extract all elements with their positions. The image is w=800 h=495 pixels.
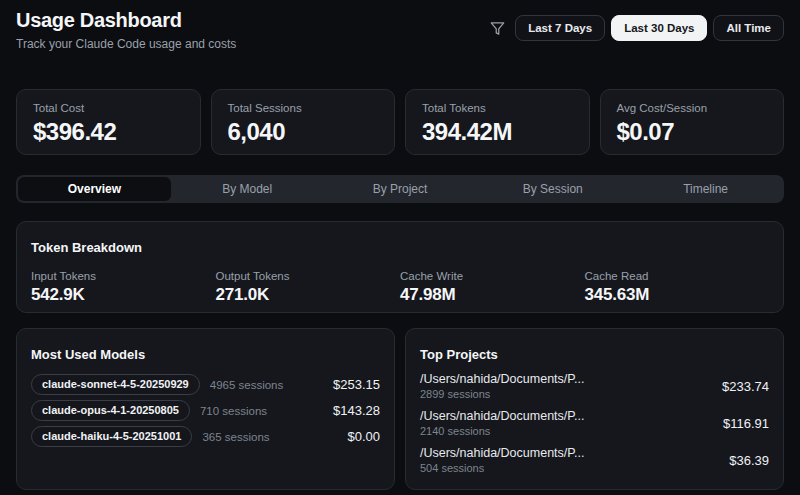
stats-row: Total Cost $396.42 Total Sessions 6,040 … bbox=[16, 89, 784, 155]
project-cost: $116.91 bbox=[723, 416, 769, 431]
project-cost: $36.39 bbox=[729, 453, 769, 468]
token-label: Output Tokens bbox=[216, 270, 401, 282]
tab-by-model[interactable]: By Model bbox=[171, 177, 324, 201]
stat-label: Avg Cost/Session bbox=[617, 102, 768, 114]
project-sessions: 2899 sessions bbox=[420, 388, 584, 400]
token-item-cache-read: Cache Read 345.63M bbox=[585, 270, 770, 305]
model-cost: $0.00 bbox=[347, 429, 380, 444]
token-value: 47.98M bbox=[400, 285, 585, 305]
model-row: claude-opus-4-1-20250805 710 sessions $1… bbox=[31, 400, 380, 421]
project-path: /Users/nahida/Documents/P... bbox=[420, 409, 584, 423]
most-used-models-title: Most Used Models bbox=[31, 347, 380, 362]
model-row: claude-haiku-4-5-20251001 365 sessions $… bbox=[31, 426, 380, 447]
top-projects-panel: Top Projects /Users/nahida/Documents/P..… bbox=[405, 328, 784, 490]
most-used-models-panel: Most Used Models claude-sonnet-4-5-20250… bbox=[16, 328, 395, 490]
stat-card-avg-cost-session: Avg Cost/Session $0.07 bbox=[600, 89, 785, 155]
stat-card-total-sessions: Total Sessions 6,040 bbox=[211, 89, 396, 155]
stat-value: $396.42 bbox=[33, 118, 184, 146]
stat-value: $0.07 bbox=[617, 118, 768, 146]
model-rows: claude-sonnet-4-5-20250929 4965 sessions… bbox=[31, 374, 380, 447]
stat-card-total-tokens: Total Tokens 394.42M bbox=[405, 89, 590, 155]
project-row: /Users/nahida/Documents/P... 2140 sessio… bbox=[420, 409, 769, 437]
model-row: claude-sonnet-4-5-20250929 4965 sessions… bbox=[31, 374, 380, 395]
token-breakdown-grid: Input Tokens 542.9K Output Tokens 271.0K… bbox=[31, 270, 769, 305]
token-item-input: Input Tokens 542.9K bbox=[31, 270, 216, 305]
project-row: /Users/nahida/Documents/P... 2899 sessio… bbox=[420, 372, 769, 400]
filter-last-7-days-button[interactable]: Last 7 Days bbox=[515, 15, 605, 41]
model-sessions: 4965 sessions bbox=[210, 379, 284, 391]
project-path: /Users/nahida/Documents/P... bbox=[420, 372, 584, 386]
header-titles: Usage Dashboard Track your Claude Code u… bbox=[16, 9, 236, 51]
stat-card-total-cost: Total Cost $396.42 bbox=[16, 89, 201, 155]
project-info: /Users/nahida/Documents/P... 504 session… bbox=[420, 446, 584, 474]
funnel-filter-icon[interactable] bbox=[490, 21, 505, 36]
token-breakdown-panel: Token Breakdown Input Tokens 542.9K Outp… bbox=[16, 221, 784, 313]
model-sessions: 365 sessions bbox=[202, 431, 269, 443]
token-value: 345.63M bbox=[585, 285, 770, 305]
filter-all-time-button[interactable]: All Time bbox=[713, 15, 784, 41]
project-info: /Users/nahida/Documents/P... 2140 sessio… bbox=[420, 409, 584, 437]
filter-last-30-days-button[interactable]: Last 30 Days bbox=[611, 15, 707, 41]
model-name-badge: claude-sonnet-4-5-20250929 bbox=[31, 374, 200, 395]
header-actions: Last 7 Days Last 30 Days All Time bbox=[490, 9, 784, 41]
project-sessions: 504 sessions bbox=[420, 462, 584, 474]
project-sessions: 2140 sessions bbox=[420, 425, 584, 437]
stat-value: 394.42M bbox=[422, 118, 573, 146]
model-sessions: 710 sessions bbox=[200, 405, 267, 417]
stat-label: Total Cost bbox=[33, 102, 184, 114]
page-title: Usage Dashboard bbox=[16, 9, 236, 32]
tab-timeline[interactable]: Timeline bbox=[629, 177, 782, 201]
stat-label: Total Tokens bbox=[422, 102, 573, 114]
top-projects-title: Top Projects bbox=[420, 347, 769, 362]
view-tabbar: Overview By Model By Project By Session … bbox=[16, 175, 784, 203]
project-rows: /Users/nahida/Documents/P... 2899 sessio… bbox=[420, 372, 769, 474]
stat-value: 6,040 bbox=[228, 118, 379, 146]
tab-by-session[interactable]: By Session bbox=[476, 177, 629, 201]
date-range-toggle: Last 7 Days Last 30 Days All Time bbox=[515, 15, 784, 41]
token-label: Cache Read bbox=[585, 270, 770, 282]
token-label: Input Tokens bbox=[31, 270, 216, 282]
token-value: 271.0K bbox=[216, 285, 401, 305]
model-cost: $253.15 bbox=[333, 377, 380, 392]
token-label: Cache Write bbox=[400, 270, 585, 282]
token-item-cache-write: Cache Write 47.98M bbox=[400, 270, 585, 305]
project-info: /Users/nahida/Documents/P... 2899 sessio… bbox=[420, 372, 584, 400]
tab-by-project[interactable]: By Project bbox=[324, 177, 477, 201]
project-path: /Users/nahida/Documents/P... bbox=[420, 446, 584, 460]
project-cost: $233.74 bbox=[722, 379, 769, 394]
token-breakdown-title: Token Breakdown bbox=[31, 240, 769, 255]
bottom-row: Most Used Models claude-sonnet-4-5-20250… bbox=[16, 328, 784, 490]
model-name-badge: claude-haiku-4-5-20251001 bbox=[31, 426, 192, 447]
project-row: /Users/nahida/Documents/P... 504 session… bbox=[420, 446, 769, 474]
page-subtitle: Track your Claude Code usage and costs bbox=[16, 37, 236, 51]
tab-overview[interactable]: Overview bbox=[18, 177, 171, 201]
token-value: 542.9K bbox=[31, 285, 216, 305]
header: Usage Dashboard Track your Claude Code u… bbox=[0, 0, 800, 51]
model-cost: $143.28 bbox=[333, 403, 380, 418]
stat-label: Total Sessions bbox=[228, 102, 379, 114]
token-item-output: Output Tokens 271.0K bbox=[216, 270, 401, 305]
model-name-badge: claude-opus-4-1-20250805 bbox=[31, 400, 190, 421]
